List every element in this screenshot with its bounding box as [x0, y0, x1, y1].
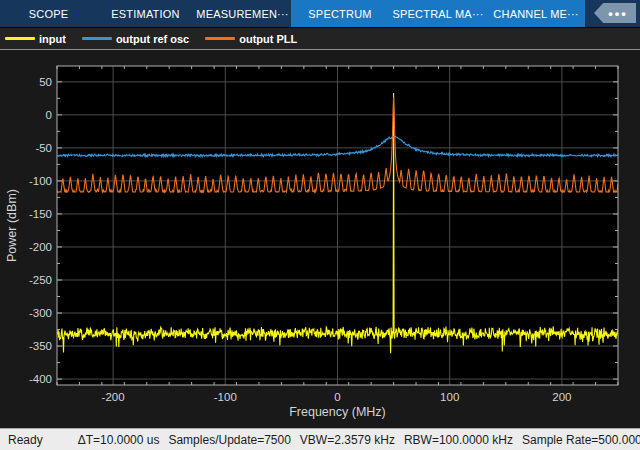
status-field: RBW=100.0000 kHz — [404, 433, 513, 447]
svg-text:-50: -50 — [35, 142, 52, 154]
svg-text:50: 50 — [39, 76, 52, 88]
status-field: ΔT=10.0000 us — [78, 433, 160, 447]
svg-text:-200: -200 — [29, 241, 52, 253]
tab-estimation[interactable]: ESTIMATION — [97, 0, 194, 27]
svg-text:100: 100 — [440, 391, 459, 403]
spectrum-plot[interactable]: -200-1000100200500-50-100-150-200-250-30… — [0, 50, 640, 428]
status-ready: Ready — [8, 433, 43, 447]
svg-text:-100: -100 — [29, 175, 52, 187]
svg-text:-300: -300 — [29, 307, 52, 319]
svg-text:200: 200 — [552, 391, 571, 403]
tab-spectrum[interactable]: SPECTRUM — [291, 0, 389, 27]
status-field: VBW=2.3579 kHz — [300, 433, 395, 447]
legend-label: output PLL — [239, 33, 297, 45]
svg-text:-250: -250 — [29, 274, 52, 286]
svg-text:0: 0 — [334, 391, 340, 403]
tab-channel-measurements[interactable]: CHANNEL ME··· — [487, 0, 585, 27]
plot-region: -200-1000100200500-50-100-150-200-250-30… — [0, 50, 640, 428]
spectrum-analyzer-window: SCOPE ESTIMATION MEASUREMEN··· SPECTRUM … — [0, 0, 640, 450]
legend-label: input — [39, 33, 66, 45]
legend-item-output-pll[interactable]: output PLL — [205, 33, 297, 45]
status-field: Sample Rate=500.0000 — [522, 433, 640, 447]
status-fields: ΔT=10.0000 us Samples/Update=7500 VBW=2.… — [78, 433, 640, 447]
svg-text:-150: -150 — [29, 208, 52, 220]
legend-swatch — [5, 37, 35, 40]
svg-text:-200: -200 — [102, 391, 125, 403]
tab-scope[interactable]: SCOPE — [0, 0, 97, 27]
svg-text:-400: -400 — [29, 373, 52, 385]
svg-text:0: 0 — [46, 109, 52, 121]
toolstrip: SCOPE ESTIMATION MEASUREMEN··· SPECTRUM … — [0, 0, 640, 28]
status-bar: Ready ΔT=10.0000 us Samples/Update=7500 … — [0, 428, 640, 450]
svg-text:Frequency (MHz): Frequency (MHz) — [289, 405, 386, 419]
status-field: Samples/Update=7500 — [168, 433, 290, 447]
svg-text:-350: -350 — [29, 340, 52, 352]
legend-swatch — [205, 37, 235, 40]
legend-item-input[interactable]: input — [5, 33, 66, 45]
legend-swatch — [82, 37, 112, 40]
tab-spectral-mask[interactable]: SPECTRAL MA··· — [389, 0, 487, 27]
legend-bar: input output ref osc output PLL — [0, 28, 640, 49]
svg-text:Power (dBm): Power (dBm) — [5, 189, 19, 262]
svg-text:-100: -100 — [214, 391, 237, 403]
toolstrip-active-group: SPECTRUM SPECTRAL MA··· CHANNEL ME··· — [291, 0, 585, 27]
legend-label: output ref osc — [116, 33, 189, 45]
tab-measurements[interactable]: MEASUREMEN··· — [194, 0, 291, 27]
legend-item-output-ref-osc[interactable]: output ref osc — [82, 33, 189, 45]
